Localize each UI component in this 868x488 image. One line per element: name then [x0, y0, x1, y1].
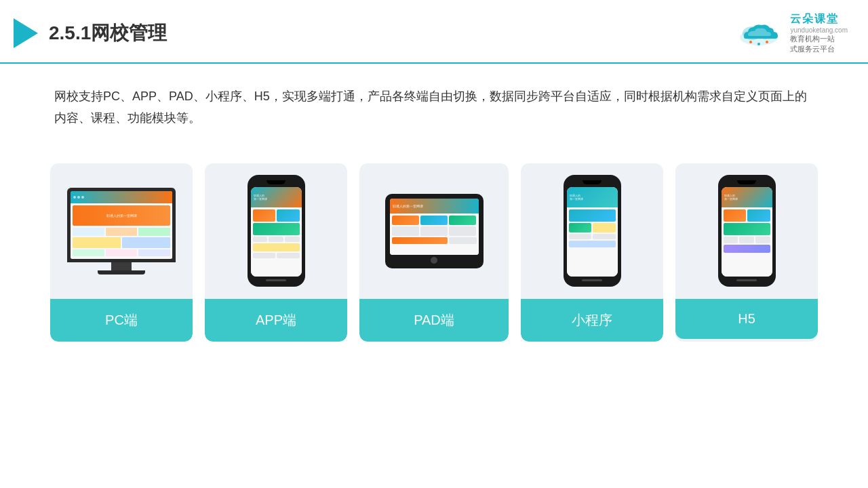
card-pc: 职通人的第一堂网课 — [50, 163, 193, 342]
card-pc-image: 职通人的第一堂网课 — [50, 163, 193, 299]
header: 2.5.1网校管理 云朵课堂 yunduoketang.com 教育机构一站式服… — [0, 0, 868, 64]
logo-name: 云朵课堂 — [790, 12, 839, 26]
card-pad: 职通人的第一堂网课 — [359, 163, 509, 342]
card-pc-label: PC端 — [50, 299, 193, 342]
svg-point-6 — [766, 41, 768, 43]
logo-text: 云朵课堂 yunduoketang.com 教育机构一站式服务云平台 — [790, 12, 848, 54]
logo-url: yunduoketang.com — [790, 26, 848, 34]
card-miniapp-label: 小程序 — [521, 299, 663, 342]
phone-mockup-miniapp: 职通人的第一堂网课 — [564, 175, 621, 287]
phone-mockup-h5: 职通人的第一堂网课 — [718, 175, 776, 287]
phone-mockup-app: 职通人的第一堂网课 — [248, 175, 305, 287]
card-app-image: 职通人的第一堂网课 — [205, 163, 347, 299]
svg-point-4 — [749, 41, 752, 43]
pad-mockup: 职通人的第一堂网课 — [385, 194, 484, 268]
card-miniapp: 职通人的第一堂网课 — [521, 163, 663, 342]
logo: 云朵课堂 yunduoketang.com 教育机构一站式服务云平台 — [732, 12, 848, 54]
play-icon — [14, 18, 38, 48]
card-pad-image: 职通人的第一堂网课 — [359, 163, 509, 299]
description-text: 网校支持PC、APP、PAD、小程序、H5，实现多端打通，产品各终端自由切换，数… — [0, 64, 868, 143]
page-title: 2.5.1网校管理 — [49, 20, 167, 46]
card-pad-label: PAD端 — [359, 299, 509, 342]
logo-slogan-text: 教育机构一站式服务云平台 — [790, 34, 835, 54]
header-left: 2.5.1网校管理 — [14, 18, 167, 48]
logo-icon — [732, 18, 786, 49]
svg-point-5 — [757, 43, 760, 45]
logo-slogan: 教育机构一站式服务云平台 — [790, 34, 835, 54]
card-miniapp-image: 职通人的第一堂网课 — [521, 163, 663, 299]
description-content: 网校支持PC、APP、PAD、小程序、H5，实现多端打通，产品各终端自由切换，数… — [54, 89, 807, 125]
card-app-label: APP端 — [205, 299, 347, 342]
card-h5-label: H5 — [675, 299, 818, 339]
cards-area: 职通人的第一堂网课 — [0, 150, 868, 362]
card-h5: 职通人的第一堂网课 — [675, 163, 818, 342]
card-h5-image: 职通人的第一堂网课 — [675, 163, 818, 299]
pc-monitor: 职通人的第一堂网课 — [67, 188, 176, 274]
card-app: 职通人的第一堂网课 — [205, 163, 347, 342]
